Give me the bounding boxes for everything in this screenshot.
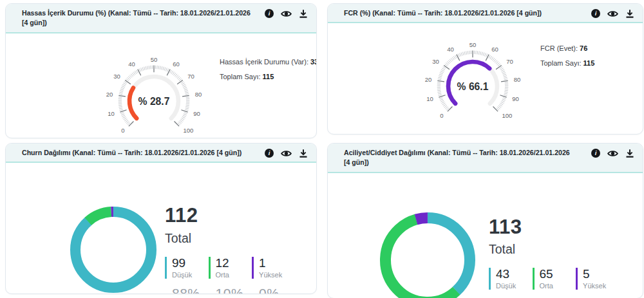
segment-value: 99 [172, 257, 200, 270]
svg-text:100: 100 [502, 112, 513, 119]
gauge-chart-fcr[interactable]: 0102030405060708090100% 66.1 [412, 39, 534, 124]
preview-eye-icon[interactable] [281, 10, 292, 18]
svg-text:0: 0 [121, 127, 124, 134]
segment-bar: 1 Yüksek [252, 257, 286, 279]
legend-item: Toplam Sayı:115 [540, 59, 594, 67]
panel-title: Hassas İçerik Durumu (%) (Kanal: Tümü --… [22, 8, 252, 28]
segment-columns: 43 Düşük 38% 65 Orta 57% 5 Yüksek [489, 268, 610, 298]
panel-header: Hassas İçerik Durumu (%) (Kanal: Tümü --… [6, 4, 316, 33]
panel-title: Churn Dağılımı (Kanal: Tümü -- Tarih: 18… [22, 148, 252, 158]
panel-actions: i [591, 9, 634, 18]
segment-value: 5 [583, 268, 610, 281]
segment-label: Orta [540, 282, 568, 290]
legend-value: 115 [583, 59, 595, 67]
segment-value: 12 [216, 257, 244, 270]
svg-text:40: 40 [128, 61, 135, 68]
segment-bar: 43 Düşük [489, 268, 524, 290]
legend-item: Toplam Sayı:115 [220, 73, 317, 80]
segment-dusuk: 99 Düşük 88% [165, 257, 200, 294]
segment-orta: 65 Orta 57% [533, 268, 568, 298]
segment-label: Orta [216, 271, 244, 279]
svg-text:60: 60 [491, 46, 498, 53]
total-label: Total [489, 242, 610, 257]
download-icon[interactable] [299, 149, 308, 158]
info-icon[interactable]: i [265, 9, 274, 18]
segment-value: 43 [496, 268, 524, 281]
panel-actions: i [265, 9, 308, 18]
panel-title: Aciliyet/Ciddiyet Dağılımı (Kanal: Tümü … [344, 148, 576, 168]
legend-label: FCR (Evet): [540, 44, 578, 52]
legend-value: 76 [580, 44, 587, 52]
preview-eye-icon[interactable] [281, 149, 292, 158]
segment-yuksek: 5 Yüksek 4% [576, 268, 610, 298]
svg-text:0: 0 [440, 112, 443, 119]
panel-header: Churn Dağılımı (Kanal: Tümü -- Tarih: 18… [6, 144, 316, 163]
segment-columns: 99 Düşük 88% 12 Orta 10% 1 Yüksek [165, 257, 286, 294]
svg-text:80: 80 [195, 91, 202, 98]
total-value: 113 [489, 217, 610, 238]
svg-text:30: 30 [432, 59, 439, 66]
segment-bar: 5 Yüksek [576, 268, 610, 290]
legend-label: Toplam Sayı: [220, 73, 261, 80]
download-icon[interactable] [299, 9, 308, 18]
legend-item: FCR (Evet):76 [540, 44, 594, 52]
svg-text:% 28.7: % 28.7 [138, 95, 170, 106]
segment-label: Düşük [496, 282, 524, 290]
panel-actions: i [591, 149, 634, 158]
legend-label: Hassas İçerik Durumu (Var): [220, 58, 308, 66]
panel-header: Aciliyet/Ciddiyet Dağılımı (Kanal: Tümü … [328, 144, 643, 173]
segment-yuksek: 1 Yüksek 0% [252, 257, 286, 294]
svg-text:20: 20 [106, 91, 113, 98]
preview-eye-icon[interactable] [607, 10, 618, 18]
svg-text:10: 10 [108, 110, 115, 117]
svg-text:100: 100 [184, 127, 194, 134]
segment-label: Yüksek [259, 271, 286, 279]
segment-bar: 12 Orta [209, 257, 244, 279]
legend-value: 115 [263, 73, 274, 80]
panel-title: FCR (%) (Kanal: Tümü -- Tarih: 18.01.202… [344, 8, 576, 18]
segment-label: Düşük [172, 271, 200, 279]
segment-percent: 10% [209, 286, 244, 294]
segment-bar: 99 Düşük [165, 257, 200, 279]
svg-text:90: 90 [512, 96, 519, 103]
legend-item: Hassas İçerik Durumu (Var):33 [220, 58, 317, 66]
info-icon[interactable]: i [591, 9, 600, 18]
svg-text:20: 20 [425, 77, 432, 84]
segment-value: 1 [259, 257, 286, 270]
svg-text:50: 50 [469, 41, 477, 48]
segment-percent: 0% [252, 286, 286, 294]
svg-text:60: 60 [173, 61, 180, 68]
svg-text:90: 90 [193, 110, 200, 117]
segment-orta: 12 Orta 10% [209, 257, 244, 294]
donut-chart-churn[interactable] [70, 206, 157, 293]
panel-churn: Churn Dağılımı (Kanal: Tümü -- Tarih: 18… [5, 143, 317, 294]
svg-text:50: 50 [151, 56, 158, 63]
segment-percent: 88% [165, 286, 200, 294]
preview-eye-icon[interactable] [607, 149, 618, 158]
total-value: 112 [165, 205, 286, 227]
svg-text:30: 30 [113, 73, 120, 80]
donut-chart-aciliyet[interactable] [379, 212, 476, 298]
svg-text:80: 80 [514, 77, 521, 84]
panel-fcr: FCR (%) (Kanal: Tümü -- Tarih: 18.01.202… [327, 3, 643, 135]
download-icon[interactable] [625, 149, 634, 158]
panel-header: FCR (%) (Kanal: Tümü -- Tarih: 18.01.202… [328, 4, 643, 23]
segment-bar: 65 Orta [533, 268, 568, 290]
svg-text:70: 70 [506, 59, 513, 66]
legend-value: 33 [310, 58, 317, 66]
info-icon[interactable]: i [591, 149, 600, 158]
download-icon[interactable] [625, 9, 634, 18]
gauge-chart-hassas-icerik[interactable]: 0102030405060708090100% 28.7 [93, 54, 215, 138]
svg-text:40: 40 [447, 46, 454, 53]
segment-dusuk: 43 Düşük 38% [489, 268, 524, 298]
panel-actions: i [265, 149, 308, 158]
svg-text:70: 70 [187, 73, 194, 80]
info-icon[interactable]: i [265, 149, 274, 158]
chart-legend: Hassas İçerik Durumu (Var):33 Toplam Say… [220, 58, 317, 88]
svg-text:10: 10 [426, 96, 433, 103]
segment-value: 65 [540, 268, 568, 281]
donut-stats: 113 Total 43 Düşük 38% 65 Orta 57% [489, 217, 610, 298]
chart-legend: FCR (Evet):76 Toplam Sayı:115 [540, 44, 594, 74]
segment-label: Yüksek [583, 282, 610, 290]
panel-hassas-icerik: Hassas İçerik Durumu (%) (Kanal: Tümü --… [5, 3, 317, 138]
